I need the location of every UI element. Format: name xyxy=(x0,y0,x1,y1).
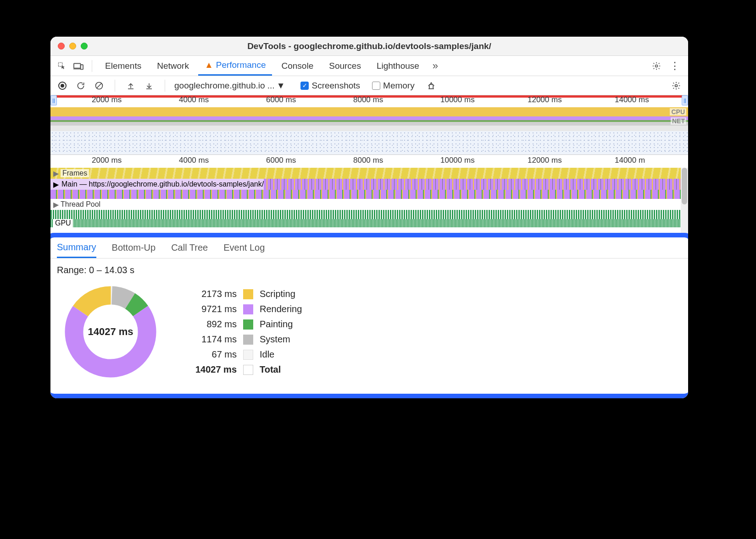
legend-row-painting: 892 ms Painting xyxy=(186,319,302,330)
close-window-button[interactable] xyxy=(58,43,65,50)
summary-legend: 2173 ms Scripting 9721 ms Rendering 892 … xyxy=(186,289,302,375)
settings-icon[interactable] xyxy=(650,59,663,73)
expand-icon[interactable]: ▶ xyxy=(53,200,59,209)
legend-label: Idle xyxy=(260,349,274,360)
zoom-window-button[interactable] xyxy=(81,43,88,50)
legend-row-rendering: 9721 ms Rendering xyxy=(186,304,302,314)
ruler-tick: 8000 ms xyxy=(353,156,383,165)
checkbox-label: Memory xyxy=(383,81,415,91)
ruler-tick: 6000 ms xyxy=(266,156,296,165)
legend-label: Rendering xyxy=(260,304,302,314)
swatch-scripting xyxy=(243,289,253,299)
minimize-window-button[interactable] xyxy=(69,43,76,50)
main-track[interactable]: ▶ Main — https://googlechrome.github.io/… xyxy=(50,179,688,190)
divider xyxy=(165,80,165,92)
ruler-tick: 2000 ms xyxy=(92,156,122,165)
ruler-tick: 4000 ms xyxy=(179,156,209,165)
more-tabs-icon[interactable]: » xyxy=(428,59,442,73)
range-handle-right[interactable]: || xyxy=(682,95,688,105)
vertical-scrollbar[interactable] xyxy=(681,168,688,236)
screenshots-checkbox[interactable]: ✓ Screenshots xyxy=(300,81,360,91)
tab-performance[interactable]: ▲ Performance xyxy=(198,56,272,76)
swatch-idle xyxy=(243,350,253,360)
ruler-tick: 12000 ms xyxy=(528,156,562,165)
frames-track[interactable]: ▶ Frames xyxy=(50,168,688,179)
subtab-bottom-up[interactable]: Bottom-Up xyxy=(112,242,156,253)
ruler-tick: 2000 ms xyxy=(92,95,122,104)
cpu-label: CPU xyxy=(670,108,686,116)
divider xyxy=(92,60,92,72)
target-dropdown[interactable]: googlechrome.github.io ... ▼ xyxy=(174,81,285,91)
threadpool-track[interactable]: ▶ Thread Pool xyxy=(50,199,688,210)
kebab-menu-icon[interactable]: ⋮ xyxy=(668,59,682,73)
garbage-collect-icon[interactable] xyxy=(425,79,438,92)
checkbox-label: Screenshots xyxy=(311,81,360,91)
cpu-overview xyxy=(50,107,688,126)
divider xyxy=(115,80,115,92)
threadpool-subtrack xyxy=(50,210,688,219)
summary-panel-highlight: Summary Bottom-Up Call Tree Event Log Ra… xyxy=(50,233,688,398)
expand-icon[interactable]: ▶ xyxy=(53,169,59,178)
legend-label: Painting xyxy=(260,319,293,330)
clear-button[interactable] xyxy=(93,79,106,92)
upload-icon[interactable] xyxy=(124,79,137,92)
tab-label: Network xyxy=(157,61,189,71)
inspect-element-icon[interactable] xyxy=(55,59,69,73)
legend-label: Total xyxy=(260,364,281,375)
tab-label: Elements xyxy=(105,61,141,71)
range-label: Range: 0 – 14.03 s xyxy=(50,258,688,282)
scrollbar-thumb[interactable] xyxy=(682,168,687,204)
swatch-rendering xyxy=(243,304,253,314)
overview-ruler[interactable]: || || 2000 ms 4000 ms 6000 ms 8000 ms 10… xyxy=(50,95,688,107)
ruler-tick: 6000 ms xyxy=(266,95,296,104)
tab-label: Sources xyxy=(329,61,361,71)
legend-value: 9721 ms xyxy=(186,304,237,314)
warning-icon: ▲ xyxy=(205,60,213,70)
legend-value: 892 ms xyxy=(186,319,237,330)
main-subtrack[interactable] xyxy=(50,190,688,199)
window-controls xyxy=(58,43,88,50)
ruler-tick: 14000 ms xyxy=(615,95,649,104)
subtab-summary[interactable]: Summary xyxy=(57,237,96,258)
subtab-label: Summary xyxy=(57,242,96,253)
download-icon[interactable] xyxy=(143,79,156,92)
gpu-track[interactable]: GPU xyxy=(50,219,688,227)
range-handle-left[interactable]: || xyxy=(50,95,57,105)
legend-row-idle: 67 ms Idle xyxy=(186,349,302,360)
tab-network[interactable]: Network xyxy=(150,56,195,76)
track-label: Frames xyxy=(61,169,89,177)
flame-ruler[interactable]: 2000 ms 4000 ms 6000 ms 8000 ms 10000 ms… xyxy=(50,155,688,168)
svg-point-5 xyxy=(675,84,678,87)
titlebar: DevTools - googlechrome.github.io/devtoo… xyxy=(50,37,688,56)
tab-console[interactable]: Console xyxy=(275,56,320,76)
checkbox-icon xyxy=(372,82,380,90)
svg-rect-1 xyxy=(74,63,81,68)
subtab-call-tree[interactable]: Call Tree xyxy=(171,242,208,253)
details-subtabs: Summary Bottom-Up Call Tree Event Log xyxy=(50,237,688,258)
capture-settings-icon[interactable] xyxy=(670,79,683,92)
svg-point-3 xyxy=(656,65,658,67)
legend-label: Scripting xyxy=(260,289,295,299)
flame-chart[interactable]: ▶ Frames ▶ Main — https://googlechrome.g… xyxy=(50,168,688,236)
summary-donut-chart: 14027 ms xyxy=(62,284,159,380)
memory-checkbox[interactable]: Memory xyxy=(372,81,415,91)
record-button[interactable] xyxy=(56,79,69,92)
track-label: Thread Pool xyxy=(61,200,100,209)
device-toolbar-icon[interactable] xyxy=(72,59,85,73)
tab-label: Console xyxy=(281,61,313,71)
overview-pane[interactable]: || || 2000 ms 4000 ms 6000 ms 8000 ms 10… xyxy=(50,95,688,155)
expand-icon[interactable]: ▶ xyxy=(53,180,59,189)
legend-row-total: 14027 ms Total xyxy=(186,364,302,375)
swatch-total xyxy=(243,365,253,375)
reload-record-button[interactable] xyxy=(74,79,87,92)
legend-row-system: 1174 ms System xyxy=(186,334,302,345)
tab-lighthouse[interactable]: Lighthouse xyxy=(370,56,426,76)
checkbox-checked-icon: ✓ xyxy=(300,82,309,90)
subtab-event-log[interactable]: Event Log xyxy=(223,242,265,253)
legend-label: System xyxy=(260,334,290,345)
tab-sources[interactable]: Sources xyxy=(322,56,367,76)
tab-elements[interactable]: Elements xyxy=(99,56,148,76)
legend-value: 67 ms xyxy=(186,349,237,360)
performance-toolbar: googlechrome.github.io ... ▼ ✓ Screensho… xyxy=(50,76,688,95)
svg-rect-2 xyxy=(81,65,83,69)
